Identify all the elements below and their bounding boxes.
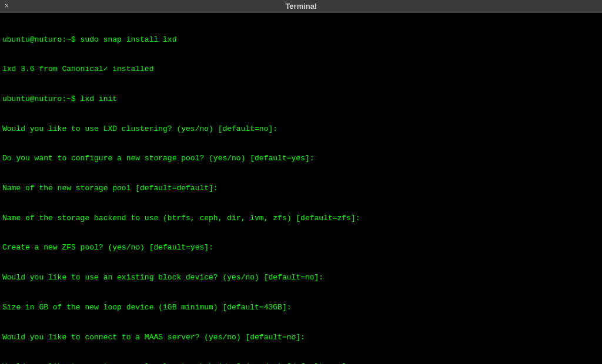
terminal-line: lxd 3.6 from Canonical✓ installed: [2, 65, 600, 75]
terminal-line: Would you like to connect to a MAAS serv…: [2, 333, 600, 343]
terminal-line: Size in GB of the new loop device (1GB m…: [2, 303, 600, 313]
terminal-line: Would you like to use an existing block …: [2, 273, 600, 283]
terminal-line: Name of the storage backend to use (btrf…: [2, 214, 600, 224]
terminal-content[interactable]: ubuntu@nuturo:~$ sudo snap install lxd l…: [0, 13, 602, 364]
terminal-line: Name of the new storage pool [default=de…: [2, 184, 600, 194]
window-title: Terminal: [285, 2, 316, 12]
terminal-line: ubuntu@nuturo:~$ lxd init: [2, 95, 600, 105]
terminal-line: Would you like to use LXD clustering? (y…: [2, 124, 600, 134]
terminal-line: Do you want to configure a new storage p…: [2, 154, 600, 164]
title-bar: × Terminal: [0, 0, 602, 13]
terminal-line: ubuntu@nuturo:~$ sudo snap install lxd: [2, 35, 600, 45]
terminal-line: Create a new ZFS pool? (yes/no) [default…: [2, 243, 600, 253]
close-icon[interactable]: ×: [5, 2, 9, 11]
